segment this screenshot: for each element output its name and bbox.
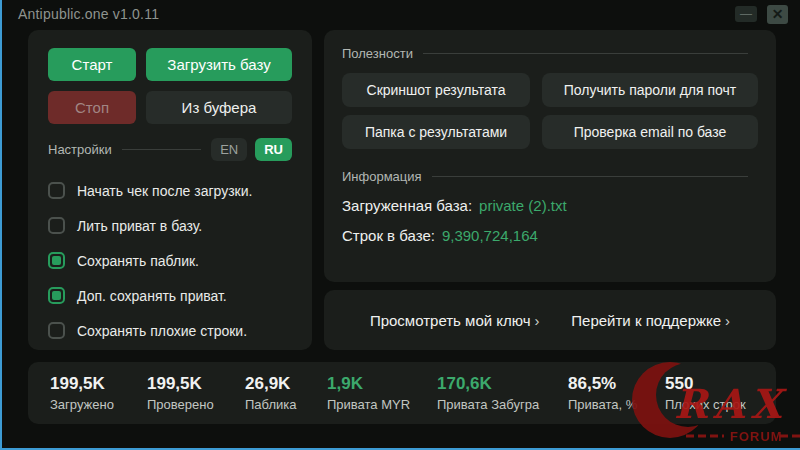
utilities-info-panel: Полезности Скриншот результата Получить … (324, 30, 776, 282)
stat-public: 26,9K Паблика (245, 374, 327, 412)
stat-value: 86,5% (568, 374, 665, 394)
checkbox-box[interactable] (48, 287, 65, 304)
stat-privat-foreign: 170,6K Привата Забугра (437, 374, 568, 412)
load-base-button[interactable]: Загрузить базу (146, 48, 292, 81)
from-buffer-button[interactable]: Из буфера (146, 91, 292, 124)
stat-value: 199,5K (147, 374, 245, 394)
close-button[interactable]: ✕ (767, 5, 788, 24)
settings-checkbox-list: Начать чек после загрузки. Лить приват в… (48, 173, 292, 348)
rows-in-base-label: Строк в базе: (342, 227, 435, 244)
rows-in-base-row: Строк в базе:9,390,724,164 (342, 227, 758, 244)
checkbox-save-bad-lines[interactable]: Сохранять плохие строки. (48, 313, 292, 348)
checkbox-label: Начать чек после загрузки. (77, 183, 252, 199)
stat-value: 1,9K (327, 374, 437, 394)
check-email-in-base-button[interactable]: Проверка email по базе (542, 115, 758, 149)
stat-label: Привата Забугра (437, 397, 568, 412)
checkbox-label: Сохранять плохие строки. (77, 323, 247, 339)
get-mail-passwords-button[interactable]: Получить пароли для почт (542, 73, 758, 107)
checkbox-label: Доп. сохранять приват. (77, 288, 227, 304)
minimize-button[interactable]: — (735, 6, 757, 22)
stat-label: Привата, % (568, 397, 665, 412)
checkbox-box[interactable] (48, 182, 65, 199)
window-title: Antipublic.one v1.0.11 (18, 6, 159, 22)
links-panel: Просмотреть мой ключ› Перейти к поддержк… (324, 290, 776, 350)
stat-privat-myr: 1,9K Привата MYR (327, 374, 437, 412)
svg-text:FORUM: FORUM (730, 429, 783, 444)
divider (423, 53, 748, 54)
divider (432, 176, 748, 177)
stats-bar: 199,5K Загружено 199,5K Проверено 26,9K … (28, 362, 776, 424)
stat-label: Проверено (147, 397, 245, 412)
stat-label: Привата MYR (327, 397, 437, 412)
stat-bad-lines: 550 Плохих строк (665, 374, 746, 412)
divider (122, 149, 201, 150)
start-button[interactable]: Старт (48, 48, 136, 81)
settings-label: Настройки (48, 142, 112, 157)
results-folder-button[interactable]: Папка с результатами (342, 115, 530, 149)
stat-label: Паблика (245, 397, 327, 412)
stat-value: 199,5K (50, 374, 147, 394)
checkbox-box[interactable] (48, 217, 65, 234)
view-my-key-link[interactable]: Просмотреть мой ключ› (370, 312, 540, 329)
utilities-label: Полезности (342, 46, 413, 61)
window-controls: — ✕ (735, 5, 788, 24)
checkbox-box[interactable] (48, 252, 65, 269)
settings-header: Настройки EN RU (48, 138, 292, 161)
stat-value: 170,6K (437, 374, 568, 394)
lang-toggle-en[interactable]: EN (211, 138, 247, 161)
title-bar: Antipublic.one v1.0.11 — ✕ (2, 0, 800, 28)
checkbox-extra-save-privat[interactable]: Доп. сохранять приват. (48, 278, 292, 313)
checkbox-pour-privat-to-base[interactable]: Лить приват в базу. (48, 208, 292, 243)
stat-label: Плохих строк (665, 397, 746, 412)
stat-loaded: 199,5K Загружено (50, 374, 147, 412)
lang-toggle-ru[interactable]: RU (255, 138, 292, 161)
stat-value: 26,9K (245, 374, 327, 394)
loaded-base-row: Загруженная база:private (2).txt (342, 197, 758, 214)
screenshot-result-button[interactable]: Скриншот результата (342, 73, 530, 107)
loaded-base-value: private (2).txt (479, 197, 567, 214)
stat-label: Загружено (50, 397, 147, 412)
chevron-right-icon: › (725, 312, 730, 329)
stat-checked: 199,5K Проверено (147, 374, 245, 412)
checkbox-save-public[interactable]: Сохранять паблик. (48, 243, 292, 278)
checkbox-start-check-after-load[interactable]: Начать чек после загрузки. (48, 173, 292, 208)
control-panel: Старт Загрузить базу Стоп Из буфера Наст… (28, 30, 312, 350)
stat-privat-percent: 86,5% Привата, % (568, 374, 665, 412)
info-label: Информация (342, 169, 422, 184)
rows-in-base-value: 9,390,724,164 (442, 227, 538, 244)
checkbox-box[interactable] (48, 322, 65, 339)
stop-button[interactable]: Стоп (48, 91, 136, 124)
stat-value: 550 (665, 374, 746, 394)
loaded-base-label: Загруженная база: (342, 197, 472, 214)
chevron-right-icon: › (535, 312, 540, 329)
go-to-support-link[interactable]: Перейти к поддержке› (571, 312, 730, 329)
checkbox-label: Сохранять паблик. (77, 253, 199, 269)
checkbox-label: Лить приват в базу. (77, 218, 202, 234)
